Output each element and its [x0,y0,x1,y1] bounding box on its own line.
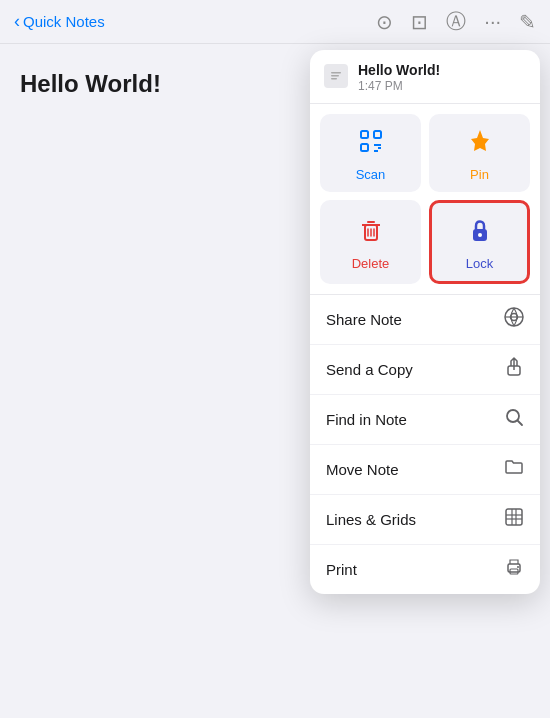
pin-label: Pin [470,167,489,182]
popup-note-info: Hello World! 1:47 PM [358,62,440,93]
send-copy-label: Send a Copy [326,361,413,378]
back-chevron-icon: ‹ [14,11,20,32]
svg-rect-3 [361,131,368,138]
delete-label: Delete [352,256,390,271]
popup-panel: Hello World! 1:47 PM Scan [310,50,540,594]
svg-point-16 [478,233,482,237]
move-note-item[interactable]: Move Note [310,445,540,495]
scan-button[interactable]: Scan [320,114,421,192]
person-circle-icon[interactable]: ⊙ [376,10,393,34]
print-label: Print [326,561,357,578]
pin-svg [465,126,495,156]
scan-svg [356,126,386,156]
back-button[interactable]: ‹ Quick Notes [14,11,105,32]
find-in-note-label: Find in Note [326,411,407,428]
svg-rect-24 [506,509,522,525]
svg-rect-5 [361,144,368,151]
scan-icon [356,126,386,163]
scan-label: Scan [356,167,386,182]
camera-icon[interactable]: ⊡ [411,10,428,34]
print-icon [504,557,524,582]
svg-rect-1 [331,75,339,77]
lock-svg [465,215,495,245]
lock-icon [465,215,495,252]
lock-button[interactable]: Lock [429,200,530,284]
menu-list: Share Note Send a Copy [310,295,540,594]
lines-grids-icon [504,507,524,532]
share-note-label: Share Note [326,311,402,328]
svg-line-23 [518,421,523,426]
move-note-folder-icon [504,457,524,482]
svg-rect-2 [331,78,337,80]
pin-icon [465,126,495,163]
main-area: Hello World! Hello World! 1:47 PM [0,44,550,718]
delete-icon [356,215,386,252]
svg-rect-4 [374,131,381,138]
lock-label: Lock [466,256,493,271]
share-note-icon [504,307,524,332]
delete-button[interactable]: Delete [320,200,421,284]
popup-note-time: 1:47 PM [358,79,440,93]
lines-grids-item[interactable]: Lines & Grids [310,495,540,545]
back-label: Quick Notes [23,13,105,30]
move-note-label: Move Note [326,461,399,478]
send-copy-item[interactable]: Send a Copy [310,345,540,395]
print-item[interactable]: Print [310,545,540,594]
more-icon[interactable]: ··· [484,10,501,33]
contact-icon[interactable]: Ⓐ [446,8,466,35]
top-bar-icons: ⊙ ⊡ Ⓐ ··· ✎ [376,8,536,35]
find-in-note-item[interactable]: Find in Note [310,395,540,445]
compose-icon[interactable]: ✎ [519,10,536,34]
note-thumbnail [324,64,348,88]
share-note-item[interactable]: Share Note [310,295,540,345]
svg-point-31 [517,566,519,568]
note-lines-icon [329,69,343,83]
send-copy-icon [504,357,524,382]
popup-note-name: Hello World! [358,62,440,78]
lines-grids-label: Lines & Grids [326,511,416,528]
find-in-note-icon [504,407,524,432]
pin-button[interactable]: Pin [429,114,530,192]
action-grid: Scan Pin [310,104,540,295]
trash-svg [356,215,386,245]
svg-rect-0 [331,72,341,74]
top-bar: ‹ Quick Notes ⊙ ⊡ Ⓐ ··· ✎ [0,0,550,44]
popup-note-header: Hello World! 1:47 PM [310,50,540,104]
